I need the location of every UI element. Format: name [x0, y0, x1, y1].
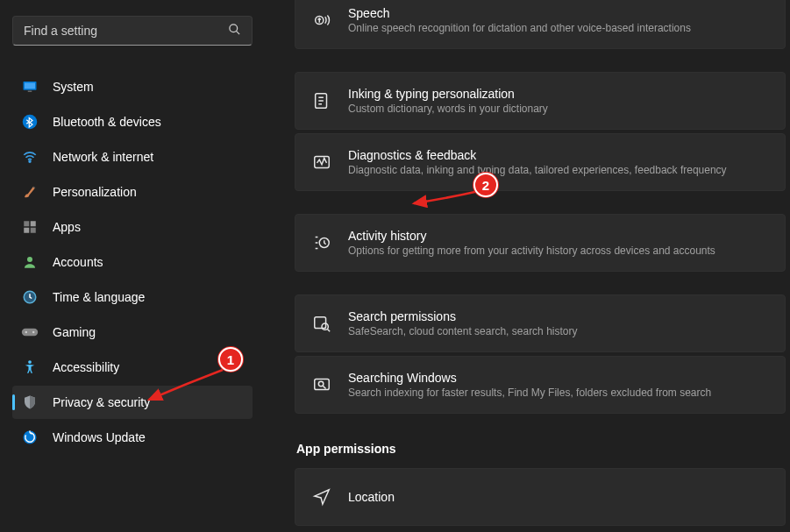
card-activity-history[interactable]: Activity history Options for getting mor…	[295, 214, 786, 272]
card-text: Search permissions SafeSearch, cloud con…	[348, 309, 577, 337]
card-speech[interactable]: Speech Online speech recognition for dic…	[295, 0, 786, 49]
svg-rect-4	[28, 91, 32, 93]
card-title: Activity history	[348, 229, 715, 243]
card-subtitle: Diagnostic data, inking and typing data,…	[348, 164, 727, 176]
svg-point-11	[27, 257, 32, 262]
sidebar-item-apps[interactable]: Apps	[12, 210, 253, 244]
sidebar-item-label: Time & language	[53, 290, 145, 304]
card-subtitle: Options for getting more from your activ…	[348, 245, 715, 257]
annotation-badge-1: 1	[218, 347, 243, 372]
svg-point-15	[32, 331, 35, 334]
sidebar-item-label: Accounts	[53, 255, 103, 269]
sidebar-item-accounts[interactable]: Accounts	[12, 245, 253, 279]
speech-icon	[311, 10, 332, 31]
svg-rect-3	[25, 83, 35, 89]
inking-icon	[311, 90, 332, 111]
svg-rect-9	[24, 228, 29, 233]
wifi-icon	[21, 148, 39, 166]
sidebar-item-windows-update[interactable]: Windows Update	[12, 421, 253, 454]
card-title: Inking & typing personalization	[348, 87, 548, 101]
activity-icon	[311, 232, 332, 253]
svg-point-23	[322, 323, 328, 330]
card-text: Location	[348, 490, 395, 504]
card-title: Location	[348, 490, 395, 504]
sidebar-item-time-language[interactable]: Time & language	[12, 280, 253, 314]
svg-rect-13	[22, 329, 38, 336]
sidebar-item-label: Accessibility	[53, 360, 119, 374]
sidebar-item-label: Windows Update	[53, 430, 146, 444]
card-title: Searching Windows	[348, 371, 711, 385]
annotation-badge-2-label: 2	[482, 178, 489, 193]
sidebar-item-label: System	[53, 80, 94, 94]
card-location[interactable]: Location	[295, 468, 786, 526]
sidebar-item-bluetooth[interactable]: Bluetooth & devices	[12, 105, 253, 138]
search-placeholder: Find a setting	[24, 24, 97, 38]
sidebar-item-label: Bluetooth & devices	[53, 115, 161, 129]
annotation-badge-1-label: 1	[227, 352, 234, 367]
svg-rect-24	[315, 379, 330, 390]
svg-rect-8	[31, 221, 36, 226]
apps-icon	[21, 218, 39, 236]
card-subtitle: SafeSearch, cloud content search, search…	[348, 325, 577, 337]
sidebar-item-label: Gaming	[53, 325, 96, 339]
card-searching-windows[interactable]: Searching Windows Search indexing for fa…	[295, 356, 786, 414]
sidebar-item-privacy-security[interactable]: Privacy & security	[12, 386, 253, 419]
searching-windows-icon	[311, 374, 332, 395]
svg-line-1	[236, 31, 239, 34]
svg-point-16	[28, 360, 32, 364]
svg-rect-7	[24, 221, 29, 226]
sidebar: Find a setting System Bluetooth & device…	[0, 0, 263, 532]
shield-icon	[21, 394, 39, 411]
card-title: Diagnostics & feedback	[348, 148, 727, 162]
update-icon	[21, 429, 39, 446]
accessibility-icon	[21, 358, 39, 376]
main-content: Speech Online speech recognition for dic…	[263, 0, 790, 532]
sidebar-item-network[interactable]: Network & internet	[12, 140, 253, 174]
card-text: Searching Windows Search indexing for fa…	[348, 371, 711, 399]
search-icon	[228, 23, 241, 39]
clock-icon	[21, 288, 39, 306]
card-subtitle: Custom dictionary, words in your diction…	[348, 103, 548, 115]
card-text: Inking & typing personalization Custom d…	[348, 87, 548, 115]
sidebar-item-label: Network & internet	[53, 150, 153, 164]
gamepad-icon	[21, 323, 39, 341]
annotation-badge-2: 2	[473, 173, 498, 197]
card-text: Activity history Options for getting mor…	[348, 229, 715, 257]
diagnostics-icon	[311, 152, 332, 173]
location-icon	[311, 486, 332, 507]
bluetooth-icon	[21, 113, 39, 131]
card-diagnostics-feedback[interactable]: Diagnostics & feedback Diagnostic data, …	[295, 133, 786, 191]
sidebar-item-gaming[interactable]: Gaming	[12, 316, 253, 349]
card-title: Search permissions	[348, 309, 577, 323]
svg-point-0	[230, 25, 238, 32]
sidebar-item-personalization[interactable]: Personalization	[12, 175, 253, 209]
card-subtitle: Online speech recognition for dictation …	[348, 22, 691, 34]
card-inking-typing[interactable]: Inking & typing personalization Custom d…	[295, 72, 786, 130]
search-permissions-icon	[311, 313, 332, 334]
sidebar-item-label: Personalization	[53, 185, 137, 199]
svg-rect-10	[31, 228, 36, 233]
card-subtitle: Search indexing for faster results, Find…	[348, 387, 711, 399]
svg-point-6	[29, 160, 31, 162]
card-search-permissions[interactable]: Search permissions SafeSearch, cloud con…	[295, 294, 786, 352]
section-header-app-permissions: App permissions	[296, 442, 790, 456]
sidebar-item-system[interactable]: System	[12, 70, 253, 103]
svg-rect-22	[315, 317, 326, 329]
sidebar-item-label: Apps	[53, 220, 81, 234]
svg-point-25	[318, 381, 324, 387]
search-input[interactable]: Find a setting	[12, 16, 253, 46]
brush-icon	[21, 183, 39, 201]
card-title: Speech	[348, 6, 691, 20]
person-icon	[21, 253, 39, 271]
sidebar-item-accessibility[interactable]: Accessibility	[12, 351, 253, 384]
monitor-icon	[21, 78, 39, 96]
sidebar-item-label: Privacy & security	[53, 395, 150, 409]
svg-point-14	[25, 331, 28, 334]
card-text: Speech Online speech recognition for dic…	[348, 6, 691, 34]
card-text: Diagnostics & feedback Diagnostic data, …	[348, 148, 727, 176]
